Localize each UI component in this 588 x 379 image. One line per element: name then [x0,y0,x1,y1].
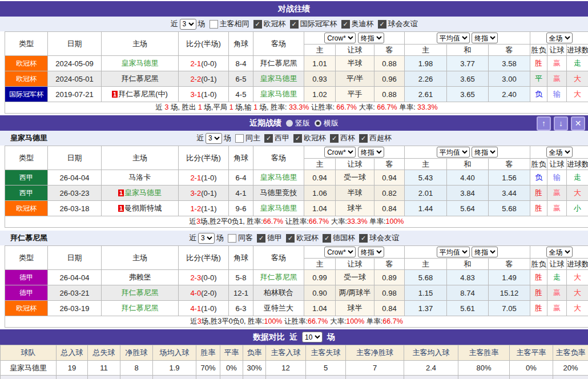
summary-text: 场,输 [233,103,253,111]
team-block: 拜仁慕尼黑近3场同客✓德甲✓欧冠杯✓德国杯✓球会友谊类型日期主场比分(半场)角球… [0,231,588,328]
compare-matches-label: 场 [327,332,335,342]
fulltime-score: 3-2 [190,189,201,197]
filter-checkbox-checked[interactable]: ✓ [290,20,299,29]
matches-label: 场 [216,233,224,243]
radio-icon-vertical[interactable] [286,120,293,127]
summary-text: 大率: [329,217,347,225]
odds-source-select[interactable]: Crow* [324,247,356,257]
corner-cell: 12-1 [229,285,253,301]
avg-source-select[interactable]: 平均值 [437,247,470,257]
filter-checkbox-checked[interactable]: ✓ [323,234,331,243]
avg-time-select[interactable]: 终指 [472,33,498,43]
odds-cell: 平/半 [336,71,374,87]
result-cell: 走 [567,56,588,71]
filter-checkbox-checked[interactable]: ✓ [293,134,302,143]
column-subheader: 进球数 [567,45,588,56]
radio-horizontal-layout[interactable]: 横版 [315,118,339,128]
recent-count-select[interactable]: 3 [198,233,215,244]
filter-checkbox-checked[interactable]: ✓ [378,20,386,29]
avg-odds-cell: 15.12 [489,285,530,301]
summary-text: 100% [264,317,283,325]
summary-text: 66.7% [382,317,402,325]
avg-time-select[interactable]: 终指 [472,147,498,158]
filter-checkbox-checked[interactable]: ✓ [330,134,339,143]
stat-cell: 0% [243,376,266,379]
filter-checkbox-checked[interactable]: ✓ [359,134,368,143]
move-up-button[interactable]: ↑ [537,116,551,131]
away-team-name[interactable]: 皇家马德里 [260,204,297,212]
scope-select[interactable]: 全场 [546,33,573,43]
column-subheader: 进球数 [567,159,588,170]
scope-select[interactable]: 全场 [546,147,573,158]
away-team-cell: 皇家马德里 [253,71,304,87]
odds-source-header: Crow* 终指 [304,146,405,159]
fulltime-score: 3-1 [190,90,201,99]
filter-checkbox-checked[interactable]: ✓ [359,234,368,243]
summary-text: 场,胜2平0负1, 胜率: [200,217,263,225]
column-header: 类型 [5,32,48,56]
filter-checkbox-unchecked[interactable] [210,20,218,29]
avg-time-select[interactable]: 终指 [472,247,498,257]
column-header: 场均入球 [153,345,196,361]
odds-time-select[interactable]: 终指 [358,147,384,158]
away-team-name[interactable]: 皇家马德里 [260,90,297,98]
column-subheader: 主 [405,159,447,170]
move-down-button[interactable]: ↓ [554,116,568,131]
home-team-name[interactable]: 皇家马德里 [124,188,162,197]
odds-cell: 0.84 [374,201,405,216]
filter-checkbox-unchecked[interactable] [235,134,244,143]
odds-time-select[interactable]: 终指 [358,247,384,257]
away-team-name: 马德里竞技 [260,188,297,197]
away-team-name[interactable]: 拜仁慕尼黑 [260,273,297,281]
column-header: 主客净胜球 [346,345,404,361]
filter-checkbox-checked[interactable]: ✓ [264,134,273,143]
recent-titlebar: 近期战绩 竖版 横版 ↑ ↓ ✕ [0,115,588,131]
result-cell: 输 [547,170,567,186]
odds-cell: 两/两球半 [336,285,374,301]
filter-checkbox-unchecked[interactable] [228,234,236,243]
odds-cell: 1.01 [304,56,336,71]
result-cell: 赢 [547,201,567,216]
avg-source-select[interactable]: 平均值 [437,147,470,158]
odds-source-select[interactable]: Crow* [324,147,356,158]
home-team-name[interactable]: 拜仁慕尼黑 [122,304,159,312]
compare-row: 皇家马德里191181.970%0%30%12572.480%0%20% [1,361,588,376]
odds-cell: 0.98 [374,285,405,301]
column-header: 平率 [220,345,243,361]
recent-count-select[interactable]: 3 [180,19,196,30]
summary-row: 近 3 场, 胜出 1 场,平局 1 场,输 1 场, 胜率: 33.3% 让胜… [5,102,588,114]
stat-cell: 11 [88,361,120,376]
halftime-score: (0-1) [201,189,216,197]
filter-checkbox-checked[interactable]: ✓ [253,20,262,29]
table-row: 欧冠杯2024-05-01拜仁慕尼黑2-2(0-1)6-5皇家马德里0.93平/… [5,71,588,87]
away-team-name: 亚特兰大 [264,304,293,312]
home-team-name[interactable]: 皇家马德里 [122,59,159,67]
odds-source-select[interactable]: Crow* [324,33,356,43]
scope-select[interactable]: 全场 [546,247,573,257]
odds-cell: 0.88 [374,56,405,71]
filter-checkbox-checked[interactable]: ✓ [341,20,350,29]
halftime-score: (1-0) [201,304,216,313]
radio-icon-horizontal[interactable] [315,120,321,127]
score-cell: 2-1(1-0) [179,170,229,186]
filter-checkbox-checked[interactable]: ✓ [257,234,265,243]
odds-time-select[interactable]: 终指 [358,33,384,43]
away-team-name[interactable]: 皇家马德里 [260,74,297,83]
avg-source-select[interactable]: 平均值 [437,33,470,43]
odds-cell: 半球 [336,56,374,71]
close-button[interactable]: ✕ [571,116,585,131]
home-team-cell: 1拜仁慕尼黑(中) [102,87,179,102]
result-cell: 大 [567,186,588,201]
avg-odds-cell: 1.44 [405,201,447,216]
away-team-name[interactable]: 皇家马德里 [260,173,297,182]
recent-count-select[interactable]: 3 [206,133,222,144]
column-subheader: 客 [374,45,405,56]
stat-cell: 8 [120,361,153,376]
home-team-cell: 1皇家马德里 [102,186,179,201]
table-row: 欧冠杯2024-05-09皇家马德里2-1(0-0)8-4拜仁慕尼黑1.01半球… [5,56,588,71]
radio-vertical-layout[interactable]: 竖版 [286,118,310,128]
home-team-name[interactable]: 拜仁慕尼黑 [122,288,159,297]
result-cell: 输 [547,87,567,102]
filter-checkbox-checked[interactable]: ✓ [286,234,295,243]
compare-count-select[interactable]: 10 [302,332,323,342]
